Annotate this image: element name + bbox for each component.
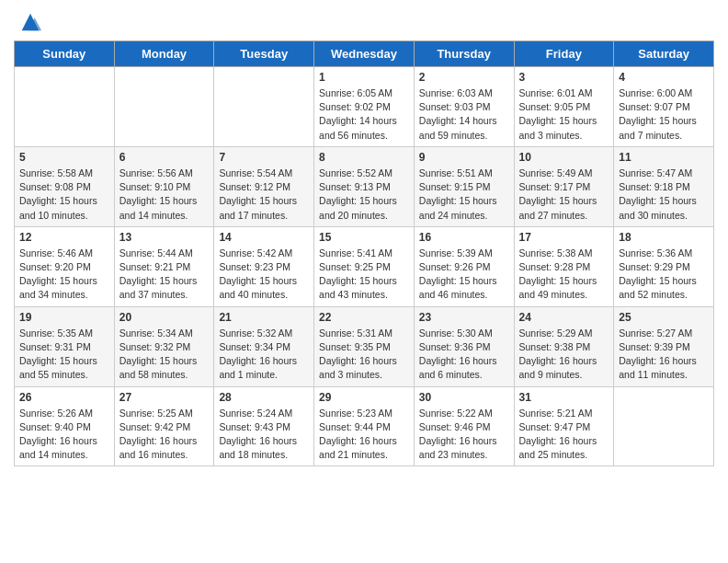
day-info: Sunrise: 5:23 AMSunset: 9:44 PMDaylight:…	[319, 407, 409, 463]
day-info: Sunrise: 5:47 AMSunset: 9:18 PMDaylight:…	[619, 167, 709, 223]
day-info: Sunrise: 5:42 AMSunset: 9:23 PMDaylight:…	[219, 247, 309, 303]
day-info: Sunrise: 5:39 AMSunset: 9:26 PMDaylight:…	[419, 247, 509, 303]
day-cell-11: 11Sunrise: 5:47 AMSunset: 9:18 PMDayligh…	[614, 146, 714, 226]
day-cell-7: 7Sunrise: 5:54 AMSunset: 9:12 PMDaylight…	[214, 146, 314, 226]
weekday-saturday: Saturday	[614, 41, 714, 67]
day-info: Sunrise: 5:56 AMSunset: 9:10 PMDaylight:…	[119, 167, 210, 223]
day-number: 31	[519, 391, 609, 404]
day-cell-3: 3Sunrise: 6:01 AMSunset: 9:05 PMDaylight…	[514, 67, 614, 147]
header	[14, 9, 714, 35]
day-info: Sunrise: 5:34 AMSunset: 9:32 PMDaylight:…	[119, 327, 210, 383]
day-cell-12: 12Sunrise: 5:46 AMSunset: 9:20 PMDayligh…	[15, 226, 115, 306]
day-number: 25	[619, 311, 709, 324]
day-info: Sunrise: 5:32 AMSunset: 9:34 PMDaylight:…	[219, 327, 309, 383]
day-number: 8	[319, 151, 409, 164]
day-number: 9	[419, 151, 509, 164]
day-number: 12	[19, 231, 109, 244]
day-cell-10: 10Sunrise: 5:49 AMSunset: 9:17 PMDayligh…	[514, 146, 614, 226]
day-info: Sunrise: 5:29 AMSunset: 9:38 PMDaylight:…	[519, 327, 609, 383]
day-number: 1	[319, 71, 409, 84]
day-number: 27	[119, 391, 210, 404]
day-info: Sunrise: 5:52 AMSunset: 9:13 PMDaylight:…	[319, 167, 409, 223]
day-cell-15: 15Sunrise: 5:41 AMSunset: 9:25 PMDayligh…	[314, 226, 415, 306]
day-cell-2: 2Sunrise: 6:03 AMSunset: 9:03 PMDaylight…	[414, 67, 514, 147]
day-info: Sunrise: 5:38 AMSunset: 9:28 PMDaylight:…	[519, 247, 609, 303]
day-cell-31: 31Sunrise: 5:21 AMSunset: 9:47 PMDayligh…	[514, 386, 614, 466]
empty-cell	[114, 67, 214, 147]
day-info: Sunrise: 5:30 AMSunset: 9:36 PMDaylight:…	[419, 327, 509, 383]
day-info: Sunrise: 5:22 AMSunset: 9:46 PMDaylight:…	[419, 407, 509, 463]
day-number: 4	[619, 71, 709, 84]
day-number: 21	[219, 311, 309, 324]
day-info: Sunrise: 6:00 AMSunset: 9:07 PMDaylight:…	[619, 86, 709, 143]
empty-cell	[214, 67, 314, 147]
day-number: 26	[19, 391, 109, 404]
day-cell-26: 26Sunrise: 5:26 AMSunset: 9:40 PMDayligh…	[15, 386, 115, 466]
week-row-4: 19Sunrise: 5:35 AMSunset: 9:31 PMDayligh…	[15, 306, 714, 386]
day-cell-23: 23Sunrise: 5:30 AMSunset: 9:36 PMDayligh…	[414, 306, 514, 386]
day-number: 29	[319, 391, 409, 404]
empty-cell	[614, 386, 714, 466]
day-number: 5	[19, 151, 109, 164]
day-cell-13: 13Sunrise: 5:44 AMSunset: 9:21 PMDayligh…	[114, 226, 214, 306]
day-info: Sunrise: 5:41 AMSunset: 9:25 PMDaylight:…	[319, 247, 409, 303]
day-cell-19: 19Sunrise: 5:35 AMSunset: 9:31 PMDayligh…	[15, 306, 115, 386]
day-number: 28	[219, 391, 309, 404]
day-info: Sunrise: 5:44 AMSunset: 9:21 PMDaylight:…	[119, 247, 210, 303]
day-info: Sunrise: 5:46 AMSunset: 9:20 PMDaylight:…	[19, 247, 109, 303]
calendar: SundayMondayTuesdayWednesdayThursdayFrid…	[14, 40, 714, 466]
day-number: 19	[19, 311, 109, 324]
weekday-wednesday: Wednesday	[314, 41, 415, 67]
day-number: 23	[419, 311, 509, 324]
day-info: Sunrise: 5:25 AMSunset: 9:42 PMDaylight:…	[119, 407, 210, 463]
day-number: 30	[419, 391, 509, 404]
logo	[14, 9, 43, 35]
week-row-5: 26Sunrise: 5:26 AMSunset: 9:40 PMDayligh…	[15, 386, 714, 466]
day-cell-22: 22Sunrise: 5:31 AMSunset: 9:35 PMDayligh…	[314, 306, 415, 386]
weekday-sunday: Sunday	[15, 41, 115, 67]
week-row-2: 5Sunrise: 5:58 AMSunset: 9:08 PMDaylight…	[15, 146, 714, 226]
empty-cell	[15, 67, 115, 147]
day-number: 20	[119, 311, 210, 324]
day-info: Sunrise: 5:49 AMSunset: 9:17 PMDaylight:…	[519, 167, 609, 223]
day-number: 16	[419, 231, 509, 244]
day-cell-6: 6Sunrise: 5:56 AMSunset: 9:10 PMDaylight…	[114, 146, 214, 226]
day-number: 18	[619, 231, 709, 244]
day-info: Sunrise: 6:03 AMSunset: 9:03 PMDaylight:…	[419, 86, 509, 143]
day-info: Sunrise: 5:51 AMSunset: 9:15 PMDaylight:…	[419, 167, 509, 223]
day-number: 14	[219, 231, 309, 244]
day-info: Sunrise: 5:54 AMSunset: 9:12 PMDaylight:…	[219, 167, 309, 223]
week-row-3: 12Sunrise: 5:46 AMSunset: 9:20 PMDayligh…	[15, 226, 714, 306]
day-cell-21: 21Sunrise: 5:32 AMSunset: 9:34 PMDayligh…	[214, 306, 314, 386]
day-number: 24	[519, 311, 609, 324]
weekday-monday: Monday	[114, 41, 214, 67]
day-number: 17	[519, 231, 609, 244]
weekday-tuesday: Tuesday	[214, 41, 314, 67]
day-cell-9: 9Sunrise: 5:51 AMSunset: 9:15 PMDaylight…	[414, 146, 514, 226]
day-info: Sunrise: 5:58 AMSunset: 9:08 PMDaylight:…	[19, 167, 109, 223]
day-cell-18: 18Sunrise: 5:36 AMSunset: 9:29 PMDayligh…	[614, 226, 714, 306]
day-number: 7	[219, 151, 309, 164]
day-info: Sunrise: 5:21 AMSunset: 9:47 PMDaylight:…	[519, 407, 609, 463]
day-cell-1: 1Sunrise: 6:05 AMSunset: 9:02 PMDaylight…	[314, 67, 415, 147]
day-number: 13	[119, 231, 210, 244]
day-info: Sunrise: 5:36 AMSunset: 9:29 PMDaylight:…	[619, 247, 709, 303]
day-cell-27: 27Sunrise: 5:25 AMSunset: 9:42 PMDayligh…	[114, 386, 214, 466]
day-info: Sunrise: 5:26 AMSunset: 9:40 PMDaylight:…	[19, 407, 109, 463]
day-info: Sunrise: 6:05 AMSunset: 9:02 PMDaylight:…	[319, 86, 409, 143]
day-info: Sunrise: 6:01 AMSunset: 9:05 PMDaylight:…	[519, 86, 609, 143]
day-cell-14: 14Sunrise: 5:42 AMSunset: 9:23 PMDayligh…	[214, 226, 314, 306]
logo-icon	[17, 9, 43, 35]
day-number: 3	[519, 71, 609, 84]
day-cell-29: 29Sunrise: 5:23 AMSunset: 9:44 PMDayligh…	[314, 386, 415, 466]
day-cell-24: 24Sunrise: 5:29 AMSunset: 9:38 PMDayligh…	[514, 306, 614, 386]
day-info: Sunrise: 5:35 AMSunset: 9:31 PMDaylight:…	[19, 327, 109, 383]
day-cell-5: 5Sunrise: 5:58 AMSunset: 9:08 PMDaylight…	[15, 146, 115, 226]
day-cell-25: 25Sunrise: 5:27 AMSunset: 9:39 PMDayligh…	[614, 306, 714, 386]
day-cell-16: 16Sunrise: 5:39 AMSunset: 9:26 PMDayligh…	[414, 226, 514, 306]
day-cell-8: 8Sunrise: 5:52 AMSunset: 9:13 PMDaylight…	[314, 146, 415, 226]
day-cell-17: 17Sunrise: 5:38 AMSunset: 9:28 PMDayligh…	[514, 226, 614, 306]
day-number: 11	[619, 151, 709, 164]
weekday-friday: Friday	[514, 41, 614, 67]
weekday-thursday: Thursday	[414, 41, 514, 67]
